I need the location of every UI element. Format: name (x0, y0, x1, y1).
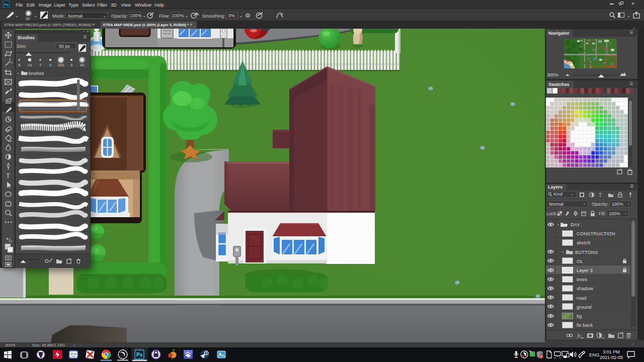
svg-text:T: T (599, 193, 602, 198)
svg-text:3:01 PM: 3:01 PM (603, 349, 620, 354)
svg-text:8: 8 (18, 63, 20, 67)
svg-text:9: 9 (70, 63, 72, 67)
svg-text:45: 45 (80, 63, 84, 67)
svg-text:19: 19 (28, 63, 32, 67)
svg-text:Ps: Ps (4, 3, 9, 7)
svg-text:9: 9 (49, 63, 51, 67)
svg-text:200: 200 (58, 63, 64, 67)
svg-text:7: 7 (39, 63, 41, 67)
svg-text:Ps: Ps (136, 352, 143, 357)
svg-text:2021-02-05: 2021-02-05 (600, 355, 623, 360)
svg-text:ENG: ENG (589, 352, 600, 357)
svg-text:fx: fx (577, 332, 581, 338)
svg-text:T: T (6, 172, 10, 179)
